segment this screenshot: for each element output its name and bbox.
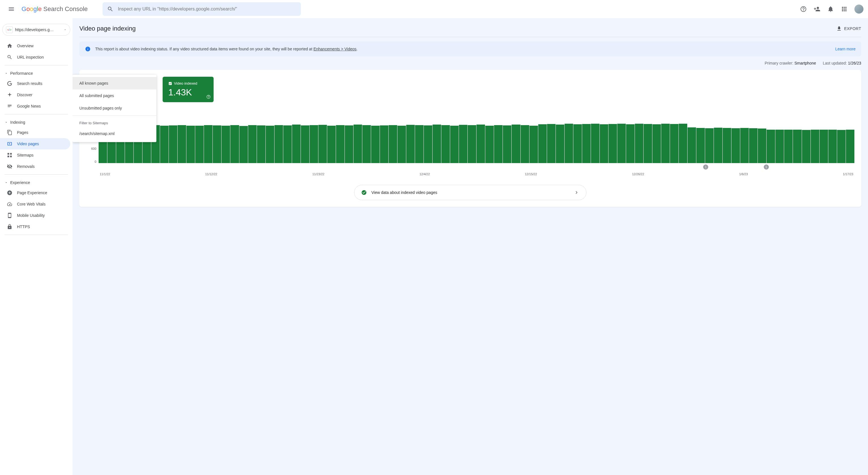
chart-bar[interactable] [239,126,248,163]
chart-bar[interactable] [283,126,292,163]
chart-marker[interactable]: 1 [764,165,769,170]
chart-bar[interactable] [811,130,819,163]
chart-bar[interactable] [723,128,731,163]
chart-bar[interactable] [740,128,749,163]
chart-bar[interactable] [398,126,406,163]
nav-pages[interactable]: Pages [0,127,70,138]
metric-help-button[interactable] [206,95,211,100]
chart-bar[interactable] [758,129,766,163]
chart-bar[interactable] [714,128,722,163]
chart-bar[interactable] [310,125,318,163]
section-experience[interactable]: Experience [0,177,72,187]
chart-bar[interactable] [345,126,353,163]
chart-bar[interactable] [565,124,573,163]
help-button[interactable] [798,3,809,15]
chart-bar[interactable] [784,130,793,163]
chart-bar[interactable] [476,125,485,163]
chart-bar[interactable] [635,124,643,163]
nav-url-inspection[interactable]: URL inspection [0,52,70,63]
chart-bar[interactable] [696,128,705,163]
chart-bar[interactable] [775,130,784,163]
chart-bar[interactable] [195,126,204,163]
nav-page-experience[interactable]: Page Experience [0,187,70,198]
nav-mobile-usability[interactable]: Mobile Usability [0,210,70,221]
chart-bar[interactable] [538,124,547,163]
chart-bar[interactable] [582,124,591,163]
learn-more-link[interactable]: Learn more [835,47,856,51]
chart-bar[interactable] [178,125,186,163]
nav-https[interactable]: HTTPS [0,221,70,232]
chart-bar[interactable] [336,125,344,163]
chart-bar[interactable] [705,128,714,163]
chart-bar[interactable] [644,124,652,163]
apps-button[interactable] [839,3,850,15]
chart-bar[interactable] [837,130,846,163]
chart-bar[interactable] [362,125,371,163]
view-indexed-data-button[interactable]: View data about indexed video pages [354,185,586,200]
chart-bar[interactable] [450,126,459,163]
chart-bar[interactable] [547,124,556,163]
chart-bar[interactable] [230,125,239,163]
chart-bar[interactable] [591,124,599,163]
chart-bar[interactable] [204,125,213,163]
chart-bar[interactable] [600,124,608,163]
nav-core-web-vitals[interactable]: Core Web Vitals [0,198,70,210]
chart-bar[interactable] [687,127,696,163]
user-avatar[interactable] [855,4,864,13]
chart-bar[interactable] [503,126,512,163]
nav-sitemaps[interactable]: Sitemaps [0,149,70,161]
chart-bar[interactable] [221,126,230,163]
chart-bar[interactable] [275,125,283,163]
filter-sitemap-item[interactable]: /search/sitemap.xml [72,127,156,140]
search-input[interactable] [118,6,296,11]
chart-bar[interactable] [169,126,177,163]
chart-bar[interactable] [380,126,389,163]
chart-bar[interactable] [424,126,432,163]
chart-bar[interactable] [327,126,336,163]
chart-bar[interactable] [257,126,266,163]
chart-bar[interactable] [556,125,564,163]
chart-bar[interactable] [793,130,801,163]
product-logo[interactable]: Google Search Console [22,5,88,13]
chart-bar[interactable] [802,130,810,163]
url-inspect-search[interactable] [102,2,301,16]
chart-bar[interactable] [301,126,309,163]
nav-google-news[interactable]: Google News [0,101,70,112]
chart-bar[interactable] [266,126,274,163]
metric-video-indexed[interactable]: Video indexed 1.43K [163,77,214,102]
chart-bar[interactable] [292,125,301,163]
chart-bar[interactable] [468,125,476,163]
chart-bar[interactable] [186,126,195,163]
enhancements-link[interactable]: Enhancements > Videos [313,47,356,51]
property-selector[interactable]: </> https://developers.g… [2,24,70,36]
chart-bar[interactable] [248,125,257,163]
chart-bar[interactable] [626,124,634,163]
chart-bar[interactable] [371,126,380,163]
chart-bar[interactable] [846,130,855,163]
section-indexing[interactable]: Indexing [0,116,72,127]
menu-button[interactable] [4,2,18,16]
chart-plot[interactable] [99,121,855,163]
notifications-button[interactable] [825,3,836,15]
section-performance[interactable]: Performance [0,68,72,78]
chart-bar[interactable] [529,126,538,163]
chart-bar[interactable] [749,128,757,163]
chart-bar[interactable] [160,126,168,163]
chart-bar[interactable] [609,124,617,163]
nav-overview[interactable]: Overview [0,40,70,52]
chart-marker[interactable]: 1 [703,165,708,170]
chart-bar[interactable] [767,130,775,163]
chart-bar[interactable] [318,125,327,163]
filter-unsubmitted-only[interactable]: Unsubmitted pages only [72,102,156,114]
chart-bar[interactable] [389,125,397,163]
chart-bar[interactable] [521,125,529,163]
nav-video-pages[interactable]: Video pages [0,138,70,149]
nav-removals[interactable]: Removals [0,161,70,172]
chart-bar[interactable] [679,124,687,163]
chart-bar[interactable] [213,126,221,163]
chart-bar[interactable] [353,125,362,163]
filter-all-known[interactable]: All known pages [72,77,156,90]
chart-bar[interactable] [441,125,450,163]
chart-bar[interactable] [415,125,424,163]
chart-bar[interactable] [459,125,467,163]
